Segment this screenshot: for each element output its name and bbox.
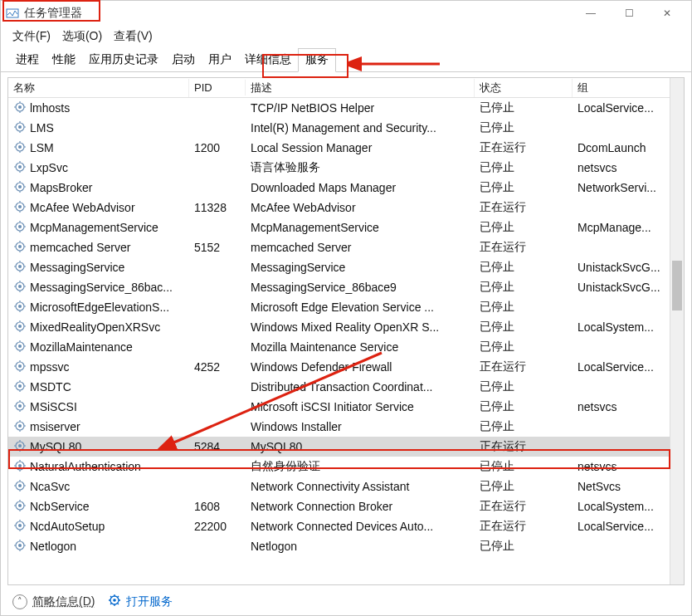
service-name: memcached Server xyxy=(30,241,130,254)
service-pid xyxy=(189,325,246,329)
table-row[interactable]: MicrosoftEdgeElevationS...Microsoft Edge… xyxy=(8,297,684,317)
service-status: 正在运行 xyxy=(475,517,573,535)
service-pid: 4252 xyxy=(189,359,246,375)
col-pid[interactable]: PID xyxy=(189,80,246,95)
svg-point-86 xyxy=(18,384,22,388)
close-button[interactable]: ✕ xyxy=(648,1,686,26)
table-row[interactable]: MySQL805284MySQL80正在运行 xyxy=(8,437,684,457)
menu-view[interactable]: 查看(V) xyxy=(114,29,153,44)
open-services-link[interactable]: 打开服务 xyxy=(108,594,173,609)
fewer-details-button[interactable]: ˄ 简略信息(D) xyxy=(12,594,95,609)
tab-processes[interactable]: 进程 xyxy=(9,49,46,71)
svg-point-56 xyxy=(18,285,22,288)
svg-line-147 xyxy=(110,604,112,605)
col-group[interactable]: 组 xyxy=(573,79,680,97)
service-desc: 自然身份验证 xyxy=(246,457,475,476)
table-row[interactable]: NcaSvcNetwork Connectivity Assistant已停止N… xyxy=(8,477,684,496)
svg-point-116 xyxy=(18,484,22,487)
service-group xyxy=(573,206,680,209)
scrollbar-thumb[interactable] xyxy=(672,261,682,310)
table-row[interactable]: LxpSvc语言体验服务已停止netsvcs xyxy=(8,158,684,178)
service-name: MapsBroker xyxy=(30,181,92,194)
svg-point-14 xyxy=(18,145,22,149)
table-row[interactable]: NetlogonNetlogon已停止 xyxy=(8,536,684,556)
service-status: 已停止 xyxy=(475,338,573,356)
table-row[interactable]: McpManagementServiceMcpManagementService… xyxy=(8,218,684,237)
svg-point-80 xyxy=(18,364,22,368)
service-status: 正在运行 xyxy=(475,198,573,217)
menu-file[interactable]: 文件(F) xyxy=(12,29,51,44)
service-desc: Windows Defender Firewall xyxy=(246,359,475,375)
minimize-button[interactable]: — xyxy=(572,1,610,26)
col-name[interactable]: 名称 xyxy=(8,79,189,97)
service-icon xyxy=(13,200,27,216)
service-name: MySQL80 xyxy=(30,440,81,453)
service-status: 已停止 xyxy=(475,398,573,416)
tab-startup[interactable]: 启动 xyxy=(165,49,202,71)
service-status: 已停止 xyxy=(475,378,573,396)
service-name: MessagingService xyxy=(30,261,124,274)
table-row[interactable]: MSiSCSIMicrosoft iSCSI Initiator Service… xyxy=(8,397,684,417)
menu-options[interactable]: 选项(O) xyxy=(62,29,102,44)
table-row[interactable]: MessagingService_86bac...MessagingServic… xyxy=(8,277,684,297)
service-status: 已停止 xyxy=(475,298,573,316)
svg-line-146 xyxy=(118,604,119,605)
table-row[interactable]: memcached Server5152memcached Server正在运行 xyxy=(8,237,684,257)
col-description[interactable]: 描述 xyxy=(246,79,475,97)
svg-point-62 xyxy=(18,305,22,308)
table-row[interactable]: LMSIntel(R) Management and Security...已停… xyxy=(8,118,684,138)
chevron-up-icon: ˄ xyxy=(12,594,27,609)
table-row[interactable]: NaturalAuthentication自然身份验证已停止netsvcs xyxy=(8,457,684,477)
tab-performance[interactable]: 性能 xyxy=(46,49,82,71)
service-pid: 5152 xyxy=(189,239,246,256)
service-name: msiserver xyxy=(30,420,80,433)
service-status: 已停止 xyxy=(475,178,573,197)
service-status: 已停止 xyxy=(475,318,573,336)
service-desc: Netlogon xyxy=(246,538,475,555)
tab-details[interactable]: 详细信息 xyxy=(238,49,298,71)
table-row[interactable]: lmhostsTCP/IP NetBIOS Helper已停止LocalServ… xyxy=(8,98,684,118)
table-row[interactable]: LSM1200Local Session Manager正在运行DcomLaun… xyxy=(8,138,684,158)
table-row[interactable]: MapsBrokerDownloaded Maps Manager已停止Netw… xyxy=(8,178,684,198)
service-status: 已停止 xyxy=(475,258,573,276)
service-desc: Network Connection Broker xyxy=(246,498,475,515)
svg-point-104 xyxy=(18,444,22,447)
svg-point-140 xyxy=(114,599,117,602)
service-name: NcdAutoSetup xyxy=(30,520,105,533)
scrollbar[interactable] xyxy=(670,78,684,584)
titlebar[interactable]: 任务管理器 — ☐ ✕ xyxy=(1,1,691,26)
service-name: LSM xyxy=(30,141,54,154)
service-icon xyxy=(13,160,27,176)
service-group: McpManage... xyxy=(573,219,680,236)
service-desc: Windows Mixed Reality OpenXR S... xyxy=(246,319,475,335)
table-row[interactable]: MixedRealityOpenXRSvcWindows Mixed Reali… xyxy=(8,317,684,337)
service-group xyxy=(573,545,680,548)
table-row[interactable]: msiserverWindows Installer已停止 xyxy=(8,417,684,437)
table-row[interactable]: NcdAutoSetup22200Network Connected Devic… xyxy=(8,516,684,536)
service-name: MixedRealityOpenXRSvc xyxy=(30,320,160,334)
table-row[interactable]: MSDTCDistributed Transaction Coordinat..… xyxy=(8,377,684,397)
service-desc: Mozilla Maintenance Service xyxy=(246,339,475,355)
service-status: 已停止 xyxy=(475,119,573,137)
service-pid: 11328 xyxy=(189,199,246,216)
svg-point-110 xyxy=(18,464,22,467)
services-table: 名称 PID 描述 状态 组 lmhostsTCP/IP NetBIOS Hel… xyxy=(7,77,685,585)
tab-app-history[interactable]: 应用历史记录 xyxy=(82,49,165,71)
tab-services[interactable]: 服务 xyxy=(298,48,336,72)
col-status[interactable]: 状态 xyxy=(475,79,573,97)
service-status: 已停止 xyxy=(475,278,573,296)
table-row[interactable]: mpssvc4252Windows Defender Firewall正在运行L… xyxy=(8,357,684,377)
service-group: UnistackSvcG... xyxy=(573,279,680,296)
service-status: 正在运行 xyxy=(475,358,573,376)
svg-point-44 xyxy=(18,245,22,248)
maximize-button[interactable]: ☐ xyxy=(610,1,648,26)
table-row[interactable]: McAfee WebAdvisor11328McAfee WebAdvisor正… xyxy=(8,198,684,218)
service-group: LocalSystem... xyxy=(573,498,680,515)
service-group: LocalSystem... xyxy=(573,319,680,335)
tab-users[interactable]: 用户 xyxy=(202,49,238,71)
table-row[interactable]: MozillaMaintenanceMozilla Maintenance Se… xyxy=(8,337,684,357)
service-status: 已停止 xyxy=(475,159,573,177)
table-row[interactable]: MessagingServiceMessagingService已停止Unist… xyxy=(8,257,684,277)
table-row[interactable]: NcbService1608Network Connection Broker正… xyxy=(8,496,684,516)
service-pid: 5284 xyxy=(189,438,246,455)
